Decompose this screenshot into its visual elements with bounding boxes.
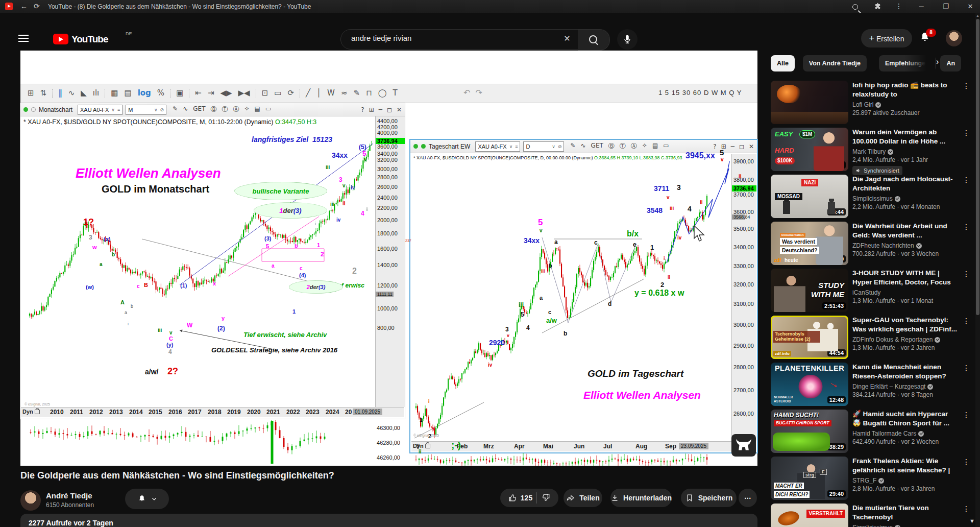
ellipse-tool-icon[interactable]: ◯ [378,84,387,102]
symbol-combo[interactable]: XAU A0-FX∨≡ [78,105,122,115]
video-thumbnail[interactable]: HAMID SUCHT!BUGATTI CHIRON SPORT38:29 [771,410,848,453]
video-item-channel[interactable]: Lofi Girl [852,101,958,108]
sidebar-video-item[interactable]: strgFMACHT ERDICH REICH?29:40Frank Thele… [771,457,971,501]
back-icon[interactable]: ← [20,2,28,11]
interval-combo[interactable]: M∨⊘ [126,105,166,115]
channel-name[interactable]: André Tiedje [46,491,92,500]
filter-chip-von-andr-tiedje[interactable]: Von André Tiedje [803,55,867,71]
video-item-menu-icon[interactable]: ⋮ [963,411,970,419]
video-item-title[interactable]: Super-GAU von Tschernobyl: Was wirklich … [852,316,958,334]
video-item-channel[interactable]: STRG_F [852,477,958,484]
video-item-menu-icon[interactable]: ⋮ [963,176,970,184]
search-input[interactable] [350,33,556,43]
video-item-menu-icon[interactable]: ⋮ [963,223,970,231]
create-button[interactable]: + Erstellen [861,29,912,47]
refresh-icon[interactable]: ⟳ [287,84,294,102]
chart-tool-icon[interactable]: ✎ [173,105,178,114]
reload-icon[interactable]: ⟳ [34,2,40,11]
video-item-title[interactable]: Kann die Menschheit einen Riesen-Asteroi… [852,363,958,381]
shift-right-icon[interactable]: ⇥ [208,84,214,102]
guide-menu-icon[interactable] [18,35,29,42]
video-item-menu-icon[interactable]: ⋮ [963,317,970,325]
chart-tool-icon[interactable]: Ⓐ [233,105,239,114]
youtube-logo[interactable]: YouTube DE [53,33,130,45]
channel-avatar[interactable] [20,490,41,511]
maximize-button[interactable]: ◻ [739,143,744,150]
daily-time-axis[interactable]: Dyn FebMrzAprMaiJunJulAugSep23.09.2025 [411,441,756,451]
chart-tool-icon[interactable]: Ⓑ [608,142,615,151]
video-item-channel[interactable]: ZDFheute Nachrichten [852,242,958,249]
chart-tool-icon[interactable]: ▭ [265,105,271,114]
expand-bars-icon[interactable]: ◀▶ [220,84,232,102]
video-item-channel[interactable]: iCanStudy [852,289,958,296]
scrollbar-thumb[interactable] [976,19,979,315]
voice-search-button[interactable] [617,29,638,50]
chart-tool-icon[interactable]: ▤ [652,142,658,151]
area-style-icon[interactable]: ◣ [81,84,87,102]
video-item-menu-icon[interactable]: ⋮ [963,505,970,513]
dislike-button[interactable] [541,493,550,504]
chart-tool-icon[interactable]: ▭ [663,142,669,151]
redo-icon[interactable]: ↷ [476,88,482,98]
zigzag-tool-icon[interactable]: W [327,84,335,102]
video-item-channel[interactable]: Simplicissimus [852,195,958,202]
minimize-button[interactable]: ─ [379,106,382,113]
restore-window-icon[interactable]: ❐ [937,0,954,13]
extensions-icon[interactable] [874,2,881,11]
quote-grid-s-icon[interactable]: ▤ [124,84,131,102]
close-window-icon[interactable]: ✕ [962,0,979,13]
video-item-title[interactable]: Warum dein Vermögen ab 100.000 Dollar in… [852,128,958,146]
wave-tool-icon[interactable]: ≈ [341,84,348,102]
video-thumbnail[interactable]: VERSTRAHLT [771,504,848,527]
scale-icon[interactable]: ⇅ [40,84,47,102]
pin-button[interactable]: ⊞ [721,143,726,150]
download-button[interactable]: Herunterladen [610,489,672,507]
shrink-bars-icon[interactable]: ▶◀ [238,84,250,102]
percent-scale-icon[interactable]: % [157,84,164,102]
pencil-tool-icon[interactable]: ✎ [353,84,360,102]
video-item-channel[interactable]: Dinge Erklärt – Kurzgesagt [852,383,958,390]
daily-price-axis[interactable]: 3900,003800,003736,943700,003600,003568,… [731,154,756,441]
interval-selector[interactable]: 1 5 15 30 60 D W M Q Y [658,84,742,102]
video-thumbnail[interactable]: EASY$1MHARD$100K10:13 [771,128,848,171]
calendar-icon[interactable]: ▣ [176,84,183,102]
video-item-title[interactable]: Frank Thelens Aktien: Wie gefährlich ist… [852,457,958,475]
description-box[interactable]: 2277 Aufrufe vor 2 Tagen [20,514,757,527]
pin-button[interactable]: ⊞ [369,106,374,113]
chart-tool-icon[interactable]: Ⓣ [222,105,228,114]
page-scrollbar[interactable]: ▲ [975,13,980,527]
sidebar-video-item[interactable]: LIVElofi hip hop radio 📻 beats to relax/… [771,81,971,126]
chart-tool-icon[interactable]: Ⓐ [631,142,637,151]
video-item-menu-icon[interactable]: ⋮ [963,458,970,466]
browser-menu-icon[interactable]: ⋮ [895,2,902,11]
sidebar-video-item[interactable]: NAZIMOSSAD24:44Die Jagd nach dem Holocau… [771,175,971,220]
sidebar-video-item[interactable]: DokumentationWas verdientDeutschland?zdf… [771,222,971,267]
fib-tool-icon[interactable]: ⊓ [366,84,372,102]
video-item-title[interactable]: Die mutierten Tiere von Tschernobyl [852,504,958,522]
minimize-window-icon[interactable]: ─ [913,0,930,13]
clear-search-icon[interactable]: ✕ [561,34,573,43]
video-thumbnail[interactable]: NAZIMOSSAD24:44 [771,175,848,218]
candlestick-style-icon[interactable]: ‖ [58,84,62,102]
sidebar-video-item[interactable]: VERSTRAHLTDie mutierten Tiere von Tscher… [771,504,971,527]
video-item-channel[interactable]: Mark Tilbury [852,148,958,155]
video-thumbnail[interactable]: strgFMACHT ERDICH REICH?29:40 [771,457,848,500]
chart-tool-icon[interactable]: ✧ [642,142,647,151]
monthly-price-axis[interactable]: 4400,004200,004000,003736,943600,003400,… [375,116,405,407]
symbol-combo[interactable]: XAU A0-FX∨≡ [475,141,520,152]
account-avatar[interactable] [946,30,962,46]
video-thumbnail[interactable]: DokumentationWas verdientDeutschland?zdf… [771,222,848,265]
video-item-title[interactable]: Die Jagd nach dem Holocaust-Architekten [852,175,958,193]
save-button[interactable]: Speichern [681,489,737,507]
chart-tool-icon[interactable]: ∿ [183,105,188,114]
daily-window-header[interactable]: Tageschart EW XAU A0-FX∨≡ D∨⊘ ✎∿GETⒷⓉⒶ✧▤… [410,140,757,153]
chart-tool-icon[interactable]: Ⓣ [620,142,626,151]
undo-icon[interactable]: ↶ [463,88,470,98]
vline-tool-icon[interactable]: │ [316,84,321,102]
sidebar-video-item[interactable]: STUDYWITH ME2:51:433-HOUR STUDY WITH ME … [771,269,971,314]
video-thumbnail[interactable]: Tschernobyls Geheimnisse (2)zdf-info44:5… [771,316,848,359]
video-thumbnail[interactable]: STUDYWITH ME2:51:43 [771,269,848,312]
chart-tool-icon[interactable]: ✎ [570,142,575,151]
chart-tool-icon[interactable]: ✧ [244,105,249,114]
video-item-menu-icon[interactable]: ⋮ [963,364,970,372]
